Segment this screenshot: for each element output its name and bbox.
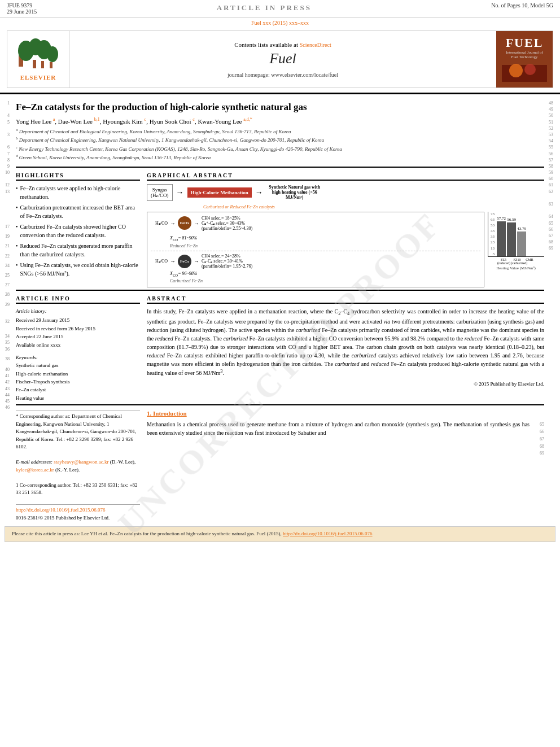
fuel-logo-text: FUEL bbox=[502, 36, 547, 50]
ga-methanation-box: High-Calorie Methanation bbox=[187, 187, 252, 198]
bar-label-fz10: FZ10(carburized) bbox=[511, 258, 523, 265]
email-link-1[interactable]: stayheavy@kangwon.ac.kr bbox=[54, 459, 108, 465]
bar-cmr: 43.79 bbox=[517, 226, 526, 256]
feox-badge: FeOx bbox=[178, 216, 191, 230]
article-info-title: ARTICLE INFO bbox=[16, 295, 71, 302]
svg-rect-8 bbox=[502, 65, 547, 82]
ga-syngas-formula: (H₂/CO) bbox=[151, 193, 169, 198]
graphical-abstract-title: GRAPHICAL ABSTRACT bbox=[147, 172, 233, 178]
highlight-item-5: • Using Fe–Zn catalysts, we could obtain… bbox=[16, 261, 140, 278]
ga-h2co-label-2: H₂/CO bbox=[151, 259, 168, 264]
authors-line: Yong Hee Lee a, Dae-Won Lee b,1, Hyoungs… bbox=[16, 117, 544, 125]
doi-link[interactable]: http://dx.doi.org/10.1016/j.fuel.2015.06… bbox=[16, 507, 106, 513]
top-header: JFUE 9379 29 June 2015 ARTICLE IN PRESS … bbox=[0, 0, 560, 18]
svg-point-4 bbox=[47, 46, 58, 62]
two-col-section: HIGHLIGHTS • Fe–Zn catalysts were applie… bbox=[16, 172, 544, 287]
ga-arrow-carburized: → bbox=[170, 258, 176, 264]
revised-date: Received in revised form 26 May 2015 bbox=[16, 325, 140, 333]
bullet-icon: • bbox=[16, 203, 18, 212]
highlight-text-4: Reduced Fe–Zn catalysts generated more p… bbox=[20, 242, 140, 259]
bar-labels: FZ5(reduced) FZ10(carburized) CMR bbox=[488, 258, 544, 265]
journal-id: JFUE 9379 bbox=[7, 2, 37, 8]
affiliation-c: c New Energy Technology Research Center,… bbox=[16, 145, 544, 154]
svg-point-10 bbox=[524, 64, 536, 75]
intro-title: 1. Introduction bbox=[147, 410, 530, 417]
highlight-item-1: • Fe–Zn catalysts were applied to high-c… bbox=[16, 184, 140, 201]
journal-id-date: JFUE 9379 29 June 2015 bbox=[7, 2, 37, 15]
affiliation-d: d Green School, Korea University, Anam-d… bbox=[16, 153, 544, 162]
affiliation-b: b Department of Chemical Engineering, Ka… bbox=[16, 136, 544, 145]
keyword-3: Fischer–Tropsch synthesis bbox=[16, 378, 140, 386]
bar-label-cmr: CMR bbox=[524, 258, 535, 265]
abstract-text: In this study, Fe–Zn catalysts were appl… bbox=[147, 307, 544, 378]
email-link-2[interactable]: kylee@korea.ac.kr bbox=[16, 467, 54, 473]
ga-syngas-box: Syngas (H₂/CO) bbox=[147, 184, 173, 201]
ga-reduced-label: XCO= 81~90% bbox=[170, 235, 480, 242]
bullet-icon: • bbox=[16, 184, 18, 193]
svg-point-9 bbox=[509, 64, 523, 77]
bullet-icon: • bbox=[16, 222, 18, 231]
elsevier-tree-icon bbox=[16, 38, 61, 69]
corresponding-footnote: * Corresponding author at: Department of… bbox=[16, 413, 140, 451]
highlight-item-3: • Carburized Fe–Zn catalysts showed high… bbox=[16, 222, 140, 239]
ga-carburized-data: CH4 selec.= 24~28% C₂-C₄ selec.= 39~41% … bbox=[202, 254, 252, 269]
highlight-text-5: Using Fe–Zn catalysts, we could obtain h… bbox=[20, 261, 140, 278]
main-content: Fe–Zn catalysts for the production of hi… bbox=[11, 95, 549, 522]
article-info-col: ARTICLE INFO Article history: Received 2… bbox=[16, 295, 140, 402]
right-margin-numbers: 48 49 50 51 52 53 54 55 56 57 58 59 60 6… bbox=[549, 95, 558, 522]
available-date: Available online xxxx bbox=[16, 341, 140, 349]
history-title: Article history: bbox=[16, 307, 140, 315]
sciencedirect-link[interactable]: ScienceDirect bbox=[300, 42, 331, 48]
highlight-text-2: Carburization pretreatment increased the… bbox=[20, 203, 140, 220]
ga-carburized-row: H₂/CO → FeCx → CH4 selec.= 24~28% C₂-C₄ … bbox=[151, 254, 480, 269]
two-col-info-abstract: ARTICLE INFO Article history: Received 2… bbox=[16, 295, 544, 402]
footnotes-text: * Corresponding author at: Department of… bbox=[16, 410, 140, 522]
abstract-title: ABSTRACT bbox=[147, 295, 186, 302]
fuel-logo-graphic bbox=[502, 59, 547, 82]
ga-arrow-2: → bbox=[255, 188, 263, 197]
ga-reduced-row: H₂/CO → FeOx → CH4 selec.= 18~25% C₂⁺-C₄… bbox=[151, 216, 480, 231]
highlights-header: HIGHLIGHTS bbox=[16, 172, 140, 181]
bar-value-fz5: 57.72 bbox=[497, 216, 506, 221]
ga-product-label: Synthetic Natural gas with high heating … bbox=[266, 185, 323, 200]
ga-carburized-name: Carburized Fe-Zn bbox=[170, 278, 480, 283]
bar-rect-fz5 bbox=[497, 221, 506, 256]
intro-section: 1. Introduction Methanation is a chemica… bbox=[147, 410, 530, 457]
bar-rect-fz10 bbox=[507, 222, 516, 256]
keyword-4: Fe–Zn catalyst bbox=[16, 386, 140, 394]
affiliations: a Department of Chemical and Biological … bbox=[16, 127, 544, 162]
journal-url: journal homepage: www.elsevier.com/locat… bbox=[228, 72, 338, 78]
bar-value-fz10: 56.59 bbox=[507, 217, 516, 222]
ga-catalyst-label: Carburized or Reduced Fe-Zn catalysts bbox=[147, 204, 544, 209]
email-footnote: E-mail addresses: stayheavy@kangwon.ac.k… bbox=[16, 458, 140, 474]
keyword-5: Heating value bbox=[16, 394, 140, 402]
bottom-bar-text: Please cite this article in press as: Le… bbox=[12, 531, 282, 536]
ga-h2co-label-1: H₂/CO bbox=[151, 221, 168, 226]
ga-syngas-label: Syngas bbox=[151, 187, 169, 193]
ga-product-box: Synthetic Natural gas with high heating … bbox=[266, 185, 323, 200]
ga-arrow-carburized-2: → bbox=[194, 258, 199, 264]
ga-diagram-box: H₂/CO → FeOx → CH4 selec.= 18~25% C₂⁺-C₄… bbox=[147, 212, 484, 287]
bar-value-cmr: 43.79 bbox=[517, 226, 526, 231]
svg-rect-7 bbox=[50, 62, 53, 68]
bullet-icon: • bbox=[16, 261, 18, 269]
article-info-header: ARTICLE INFO bbox=[16, 295, 140, 304]
ga-arrow-reduced-2: → bbox=[194, 220, 199, 226]
introduction-col: 1. Introduction Methanation is a chemica… bbox=[147, 410, 544, 522]
bar-rect-cmr bbox=[517, 231, 526, 256]
footnotes-col: * Corresponding author at: Department of… bbox=[16, 410, 140, 522]
y-axis: 73 63 53 43 33 23 13 3 bbox=[491, 212, 495, 256]
bar-fz10: 56.59 bbox=[507, 217, 516, 256]
keywords-section: Keywords: Synthetic natural gas High-cal… bbox=[16, 353, 140, 402]
ga-bar-chart: 73 63 53 43 33 23 13 3 bbox=[488, 212, 544, 287]
left-line-numbers: 1 4 5 3 6 7 8 9 10 12 13 17 19 21 22 24 … bbox=[2, 95, 11, 522]
bottom-bar-link[interactable]: http://dx.doi.org/10.1016/j.fuel.2015.06… bbox=[283, 531, 373, 536]
abstract-header: ABSTRACT bbox=[147, 295, 544, 304]
bottom-citation-bar: Please cite this article in press as: Le… bbox=[5, 526, 555, 542]
ga-arrow-reduced: → bbox=[170, 220, 176, 226]
fuel-logo-right: FUEL International Journal ofFuel Techno… bbox=[496, 31, 553, 88]
highlight-item-4: • Reduced Fe–Zn catalysts generated more… bbox=[16, 242, 140, 259]
ga-arrow-1: → bbox=[176, 188, 184, 197]
divider-3 bbox=[16, 404, 544, 405]
highlights-title: HIGHLIGHTS bbox=[16, 172, 64, 178]
